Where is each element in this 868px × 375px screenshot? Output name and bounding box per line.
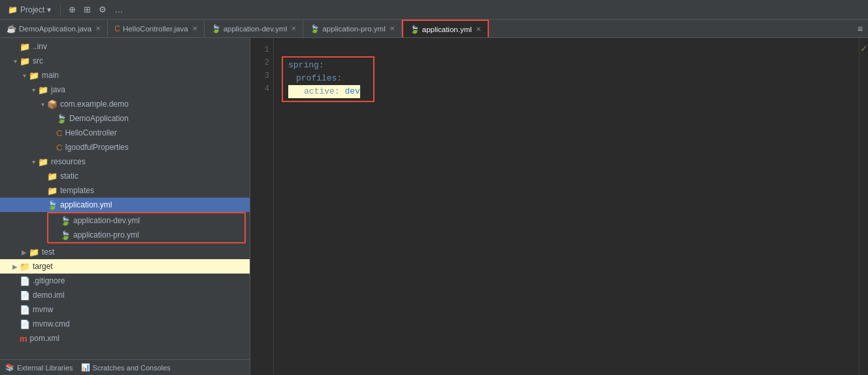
tree-item-src[interactable]: ▾ 📁 src [0,54,250,68]
tree-label: src [33,56,43,65]
tree-item-application-yml[interactable]: 🍃 application.yml [0,198,250,212]
tab-hellocontroller[interactable]: C HelloController.java ✕ [108,20,204,37]
tab-close-icon[interactable]: ✕ [390,25,395,32]
code-line-2: spring: [288,59,360,72]
editor-content: 1 2 3 4 spring: profiles: [250,38,868,375]
tree-item-inv[interactable]: 📁 ..inv [0,39,250,54]
tab-demoapplication[interactable]: ☕ DemoApplication.java ✕ [0,20,108,37]
iml-file-icon: 📄 [20,291,30,300]
tab-appdev[interactable]: 🍃 application-dev.yml ✕ [205,20,304,37]
tree-label: static [60,171,78,181]
tree-arrow: ▶ [20,249,29,256]
tree-item-target[interactable]: ▶ 📁 target [0,259,250,274]
tab-list-icon[interactable]: ≡ [858,24,863,34]
mvnw-file-icon: 📄 [20,305,30,315]
tree-item-demoapplication[interactable]: 🍃 DemoApplication [0,111,250,126]
tree-label: target [33,262,53,271]
file-icon: 📄 [20,276,30,286]
dropdown-arrow: ▾ [47,5,51,14]
tree-item-templates[interactable]: 📁 templates [0,183,250,198]
tree-item-pkg[interactable]: ▾ 📦 com.example.demo [0,97,250,111]
tree-item-static[interactable]: 📁 static [0,169,250,183]
tab-label: application-pro.yml [322,25,386,33]
tree-item-java[interactable]: ▾ 📁 java [0,82,250,97]
code-keyword: active: [304,85,344,98]
tree-item-igoodfulproperties[interactable]: C IgoodfulProperties [0,140,250,154]
yaml-file-icon: 🍃 [211,24,221,33]
tree-label: .gitignore [33,276,65,285]
tree-item-mvnw[interactable]: 📄 mvnw [0,302,250,317]
target-folder-icon: 📁 [20,262,30,272]
tab-label: application-dev.yml [224,25,288,33]
tree-label: resources [51,157,86,166]
tree-item-main[interactable]: ▾ 📁 main [0,68,250,82]
folder-icon: 📁 [38,85,48,95]
folder-icon: 📁 [29,71,39,80]
tab-apppro[interactable]: 🍃 application-pro.yml ✕ [303,20,402,37]
tab-close-icon[interactable]: ✕ [291,25,296,32]
tree-item-gitignore[interactable]: 📄 .gitignore [0,274,250,288]
tree-label: application.yml [60,200,112,209]
tree-item-resources[interactable]: ▾ 📁 resources [0,154,250,169]
tree-label: application-pro.yml [73,230,139,240]
external-libraries-icon: 📚 [5,363,14,372]
tree-arrow: ▾ [38,101,47,108]
collapse-button[interactable]: ⊞ [81,3,93,16]
main-area: 📁 ..inv ▾ 📁 src ▾ 📁 main ▾ 📁 java ▾ 📦 [0,38,868,375]
project-title[interactable]: 📁 Project ▾ [4,4,55,16]
bottom-bar: 📚 External Libraries 📊 Scratches and Con… [0,359,250,375]
scratches-label: Scratches and Consoles [93,364,171,372]
tab-close-icon[interactable]: ✕ [192,25,197,32]
gutter-check-icon: ✓ [860,43,868,54]
code-value: dev [344,85,359,98]
right-gutter: ✓ [859,38,868,375]
tree-label: main [42,71,59,80]
folder-icon: 📁 [20,42,30,52]
code-line-1 [282,43,848,56]
resources-folder-icon: 📁 [38,157,48,167]
tab-close-icon[interactable]: ✕ [476,26,481,33]
locate-button[interactable]: ⊕ [66,3,78,16]
templates-folder-icon: 📁 [47,186,58,196]
code-line-4: active: dev [288,85,360,98]
code-keyword: spring: [288,59,324,72]
tree-label: java [51,85,65,94]
settings-button[interactable]: ⚙ [96,3,109,16]
tree-item-hellocontroller[interactable]: C HelloController [0,126,250,140]
xml-file-icon: m [20,334,27,344]
tab-label: DemoApplication.java [19,25,92,33]
tab-label: HelloController.java [123,25,188,33]
tab-close-icon[interactable]: ✕ [95,25,101,32]
spring-java-icon: 🍃 [56,114,67,124]
editor-area: 1 2 3 4 spring: profiles: [250,38,868,375]
tree-label: application-dev.yml [73,216,140,225]
tree-label: pom.xml [30,334,59,343]
external-libraries-item[interactable]: 📚 External Libraries [5,363,73,372]
yaml-file-icon: 🍃 [60,230,71,240]
code-keyword: profiles: [296,72,342,85]
tab-application[interactable]: 🍃 application.yml ✕ [402,20,489,37]
more-button[interactable]: … [112,3,125,16]
scratches-consoles-item[interactable]: 📊 Scratches and Consoles [81,363,171,372]
tree-label: HelloController [65,128,116,137]
tree-item-pom-xml[interactable]: m pom.xml [0,331,250,346]
tree-arrow: ▶ [10,263,20,270]
code-editor[interactable]: spring: profiles: active: dev [274,38,859,375]
yaml-file-icon: 🍃 [60,216,71,226]
tree-item-mvnw-cmd[interactable]: 📄 mvnw.cmd [0,317,250,331]
static-folder-icon: 📁 [47,171,58,181]
test-folder-icon: 📁 [29,247,39,257]
tree-arrow: ▾ [20,72,29,79]
java-file-icon: ☕ [7,24,16,33]
package-icon: 📦 [47,99,58,109]
tree-item-demo-iml[interactable]: 📄 demo.iml [0,288,250,302]
tree-item-test[interactable]: ▶ 📁 test [0,245,250,259]
line-numbers: 1 2 3 4 [250,38,274,375]
tree-item-application-pro-yml[interactable]: 🍃 application-pro.yml [48,228,244,242]
tree-item-application-dev-yml[interactable]: 🍃 application-dev.yml [48,213,244,228]
toolbar: 📁 Project ▾ ⊕ ⊞ ⚙ … [0,0,868,20]
tree-label: mvnw.cmd [33,319,70,329]
yaml-file-icon: 🍃 [47,200,58,210]
tree-label: ..inv [33,42,47,51]
project-tree: 📁 ..inv ▾ 📁 src ▾ 📁 main ▾ 📁 java ▾ 📦 [0,38,250,359]
